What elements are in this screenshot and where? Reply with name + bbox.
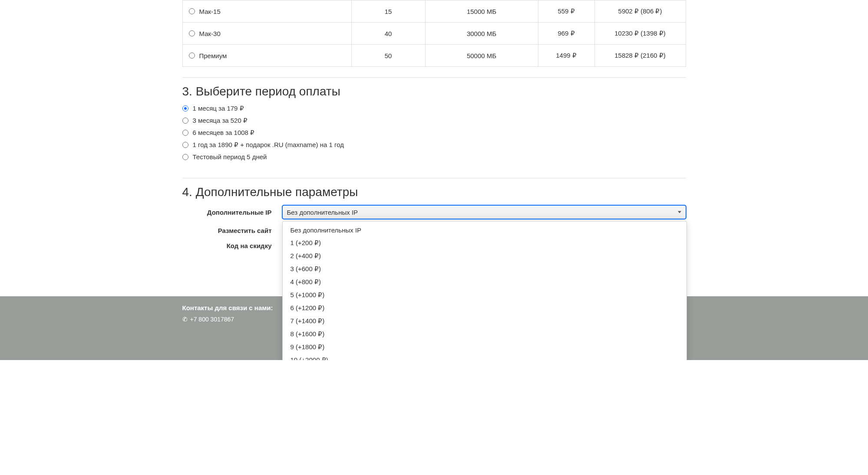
dropdown-option[interactable]: 2 (+400 ₽) [283,249,686,262]
plan-price-year: 5902 ₽ (806 ₽) [594,0,686,23]
divider [182,178,686,178]
period-option[interactable]: 3 месяца за 520 ₽ [182,117,686,124]
plan-radio-Мак-30[interactable]: Мак-30 [189,30,347,37]
chevron-down-icon [678,211,681,213]
plan-radio-input[interactable] [189,30,195,36]
dropdown-option[interactable]: 8 (+1600 ₽) [283,328,686,341]
plan-table: Мак-151515000 МБ559 ₽5902 ₽ (806 ₽)Мак-3… [182,0,686,67]
period-radio-input[interactable] [182,118,188,124]
table-row: Мак-151515000 МБ559 ₽5902 ₽ (806 ₽) [182,0,686,23]
dropdown-option[interactable]: 3 (+600 ₽) [283,262,686,275]
period-option[interactable]: 1 год за 1890 ₽ + подарок .RU (maxname) … [182,141,686,149]
period-radio-input[interactable] [182,154,188,160]
dropdown-option[interactable]: 1 (+200 ₽) [283,236,686,249]
param-label-ip: Дополнительные IP [182,209,282,216]
section-title-period: 3. Выберите период оплаты [182,85,686,98]
dropdown-option[interactable]: 7 (+1400 ₽) [283,314,686,328]
period-radio-input[interactable] [182,142,188,148]
dropdown-option[interactable]: 6 (+1200 ₽) [283,301,686,314]
plan-radio-input[interactable] [189,8,195,14]
plan-sites: 50 [351,45,425,67]
period-radio-input[interactable] [182,105,188,111]
table-row: Премиум5050000 МБ1499 ₽15828 ₽ (2160 ₽) [182,45,686,67]
plan-sites: 40 [351,23,425,45]
period-option[interactable]: Тестовый период 5 дней [182,153,686,161]
plan-radio-input[interactable] [189,52,195,59]
param-label-site: Разместить сайт [182,227,282,234]
plan-name-text: Мак-15 [199,8,221,15]
plan-radio-Мак-15[interactable]: Мак-15 [189,8,347,15]
divider [182,77,686,78]
plan-price-month: 1499 ₽ [538,45,594,67]
footer-phone: +7 800 3017867 [190,316,234,323]
plan-name-text: Премиум [199,52,227,59]
footer-contacts: Контакты для связи с нами: +7 800 301786… [182,304,273,323]
plan-radio-Премиум[interactable]: Премиум [189,52,347,59]
plan-name-text: Мак-30 [199,30,221,37]
dropdown-option[interactable]: 9 (+1800 ₽) [283,341,686,354]
plan-price-month: 559 ₽ [538,0,594,23]
table-row: Мак-304030000 МБ969 ₽10230 ₽ (1398 ₽) [182,23,686,45]
footer-contacts-heading: Контакты для связи с нами: [182,304,273,311]
dropdown-option[interactable]: 4 (+800 ₽) [283,275,686,288]
dropdown-option[interactable]: Без дополнительных IP [283,224,686,236]
plan-price-year: 15828 ₽ (2160 ₽) [594,45,686,67]
plan-disk: 30000 МБ [425,23,538,45]
phone-icon [182,316,188,323]
payment-period-group: 1 месяц за 179 ₽3 месяца за 520 ₽6 месяц… [182,105,686,167]
plan-disk: 15000 МБ [425,0,538,23]
dropdown-option[interactable]: 10 (+2000 ₽) [283,354,686,360]
period-option[interactable]: 1 месяц за 179 ₽ [182,105,686,112]
period-label: 1 год за 1890 ₽ + подарок .RU (maxname) … [193,141,344,149]
section-title-params: 4. Дополнительные параметры [182,185,686,199]
period-label: 3 месяца за 520 ₽ [193,117,248,124]
additional-ip-dropdown[interactable]: Без дополнительных IP1 (+200 ₽)2 (+400 ₽… [282,221,687,360]
period-radio-input[interactable] [182,130,188,136]
period-option[interactable]: 6 месяцев за 1008 ₽ [182,129,686,137]
period-label: Тестовый период 5 дней [193,153,267,161]
plan-sites: 15 [351,0,425,23]
dropdown-option[interactable]: 5 (+1000 ₽) [283,288,686,301]
period-label: 6 месяцев за 1008 ₽ [193,129,255,137]
additional-ip-select[interactable]: Без дополнительных IP [282,205,686,219]
plan-disk: 50000 МБ [425,45,538,67]
plan-price-year: 10230 ₽ (1398 ₽) [594,23,686,45]
plan-price-month: 969 ₽ [538,23,594,45]
period-label: 1 месяц за 179 ₽ [193,105,244,112]
additional-ip-value: Без дополнительных IP [287,209,358,216]
param-label-promo: Код на скидку [182,242,282,249]
